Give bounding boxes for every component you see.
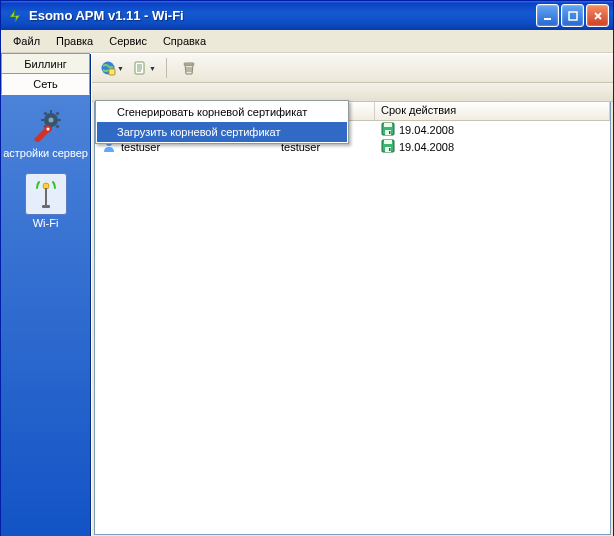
client-area: Биллинг Сеть астройки сервер [1, 53, 613, 536]
window-title: Esomo APM v1.11 - Wi-Fi [29, 8, 536, 23]
svg-rect-28 [384, 140, 392, 144]
svg-rect-16 [42, 205, 50, 208]
toolbar: ▼ ▼ [92, 54, 613, 83]
svg-rect-6 [57, 119, 61, 121]
svg-rect-18 [109, 69, 115, 75]
sidebar-item-label: Wi-Fi [3, 217, 89, 229]
cell-expires: 19.04.2008 [375, 139, 610, 155]
toolbar-delete-button[interactable] [175, 56, 203, 80]
svg-rect-0 [544, 18, 551, 20]
svg-rect-8 [55, 111, 59, 115]
main-panel: ▼ ▼ [91, 54, 613, 536]
globe-icon [100, 60, 116, 76]
document-icon [132, 60, 148, 76]
cell-expires: 19.04.2008 [375, 122, 610, 138]
svg-rect-15 [45, 188, 47, 206]
svg-rect-25 [389, 131, 391, 134]
sidebar-tab-billing[interactable]: Биллинг [1, 53, 90, 74]
menu-service[interactable]: Сервис [101, 32, 155, 50]
app-window: Esomo APM v1.11 - Wi-Fi Файл Правка Серв… [0, 0, 614, 536]
svg-rect-5 [41, 119, 45, 121]
menu-edit[interactable]: Правка [48, 32, 101, 50]
maximize-button[interactable] [561, 4, 584, 27]
menu-generate-root-cert[interactable]: Сгенерировать корневой сертификат [97, 102, 347, 122]
svg-rect-30 [389, 148, 391, 151]
menu-help[interactable]: Справка [155, 32, 214, 50]
floppy-icon [381, 139, 395, 155]
sidebar-item-label: астройки сервер [3, 147, 89, 159]
sidebar-item-wifi[interactable]: Wi-Fi [5, 169, 87, 233]
chevron-down-icon: ▼ [149, 65, 156, 72]
close-button[interactable] [586, 4, 609, 27]
svg-point-11 [48, 118, 53, 123]
menu-file[interactable]: Файл [5, 32, 48, 50]
sidebar: Биллинг Сеть астройки сервер [1, 54, 91, 536]
sidebar-tab-network[interactable]: Сеть [1, 73, 90, 95]
trash-icon [181, 60, 197, 76]
svg-rect-10 [55, 124, 59, 128]
svg-rect-1 [569, 12, 577, 20]
app-icon [7, 8, 23, 24]
menu-load-root-cert[interactable]: Загрузить корневой сертификат [97, 122, 347, 142]
floppy-icon [381, 122, 395, 138]
svg-point-13 [46, 128, 49, 131]
sidebar-item-server-settings[interactable]: астройки сервер [5, 101, 87, 163]
window-controls [536, 4, 609, 27]
titlebar: Esomo APM v1.11 - Wi-Fi [1, 1, 613, 30]
svg-rect-3 [50, 110, 52, 114]
menubar: Файл Правка Сервис Справка [1, 30, 613, 53]
certificate-dropdown: Сгенерировать корневой сертификат Загруз… [95, 100, 349, 144]
toolbar-separator [166, 58, 167, 78]
users-grid[interactable]: Срок действия superusersuperuser19.04.20… [94, 102, 611, 535]
toolbar-globe-button[interactable]: ▼ [98, 56, 126, 80]
grid-header-expires[interactable]: Срок действия [375, 102, 610, 120]
wifi-antenna-icon [25, 173, 67, 215]
wrench-gear-icon [26, 105, 66, 145]
svg-rect-23 [384, 123, 392, 127]
svg-rect-19 [135, 62, 144, 74]
minimize-button[interactable] [536, 4, 559, 27]
svg-rect-20 [184, 63, 194, 65]
toolbar-doc-button[interactable]: ▼ [130, 56, 158, 80]
chevron-down-icon: ▼ [117, 65, 124, 72]
